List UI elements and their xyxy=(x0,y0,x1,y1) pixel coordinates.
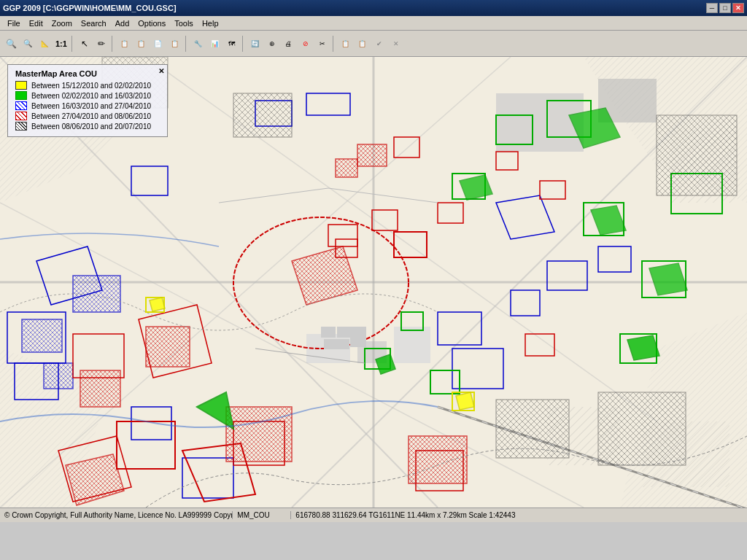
arrow-tool[interactable]: ↖ xyxy=(77,36,93,52)
menu-add[interactable]: Add xyxy=(111,18,134,28)
menu-options[interactable]: Options xyxy=(133,18,170,28)
menu-edit[interactable]: Edit xyxy=(25,18,47,28)
restore-button[interactable]: □ xyxy=(719,3,731,13)
tool-14[interactable]: ✂ xyxy=(314,36,330,52)
toolbar-separator-2 xyxy=(112,36,115,52)
tool-18[interactable]: ✕ xyxy=(388,36,404,52)
legend-label-2: Between 16/03/2010 and 27/04/2010 xyxy=(31,102,151,110)
tool-3[interactable]: 📋 xyxy=(117,36,133,52)
tool-10[interactable]: 🔄 xyxy=(247,36,263,52)
menu-help[interactable]: Help xyxy=(198,18,223,28)
svg-rect-54 xyxy=(146,327,190,367)
legend-label-0: Between 15/12/2010 and 02/02/2010 xyxy=(31,82,151,90)
menubar: File Edit Zoom Search Add Options Tools … xyxy=(0,16,747,31)
titlebar-controls: ─ □ ✕ xyxy=(706,3,744,13)
legend-swatch-green xyxy=(15,91,27,100)
legend-swatch-red-hatch xyxy=(15,112,27,120)
tool-12[interactable]: 🖨 xyxy=(281,36,297,52)
svg-rect-101 xyxy=(324,339,349,349)
tool-17[interactable]: ✔ xyxy=(371,36,387,52)
scale-label: 1:1 xyxy=(53,39,69,48)
svg-rect-42 xyxy=(22,319,62,352)
legend-item-0: Between 15/12/2010 and 02/02/2010 xyxy=(15,81,160,90)
svg-rect-65 xyxy=(409,436,467,483)
legend-close-button[interactable]: ✕ xyxy=(158,67,164,75)
legend-label-1: Between 02/02/2010 and 16/03/2010 xyxy=(31,92,151,100)
tool-6[interactable]: 📋 xyxy=(167,36,183,52)
zoom-out-button[interactable]: 🔍 xyxy=(20,36,36,52)
zoom-extent-button[interactable]: 📐 xyxy=(36,36,53,52)
statusbar: © Crown Copyright, Full Authority Name, … xyxy=(0,508,747,522)
menu-tools[interactable]: Tools xyxy=(170,18,198,28)
legend: ✕ MasterMap Area COU Between 15/12/2010 … xyxy=(7,64,168,137)
legend-swatch-black-hatch xyxy=(15,122,27,131)
menu-file[interactable]: File xyxy=(3,18,25,28)
pencil-tool[interactable]: ✏ xyxy=(93,36,109,52)
status-layer: MM_COU xyxy=(233,511,291,519)
svg-rect-108 xyxy=(336,159,357,177)
tool-13[interactable]: ⊘ xyxy=(298,36,314,52)
toolbar-separator-4 xyxy=(242,36,245,52)
legend-item-2: Between 16/03/2010 and 27/04/2010 xyxy=(15,101,160,110)
svg-marker-89 xyxy=(456,392,474,410)
svg-rect-106 xyxy=(357,144,387,166)
svg-rect-96 xyxy=(598,392,686,465)
zoom-in-button[interactable]: 🔍 xyxy=(3,36,19,52)
svg-rect-55 xyxy=(226,407,292,462)
tool-11[interactable]: ⊕ xyxy=(264,36,280,52)
status-coordinates: 616780.88 311629.64 TG1611NE 11.44km x 7… xyxy=(291,511,747,519)
svg-rect-8 xyxy=(496,93,584,152)
legend-swatch-yellow xyxy=(15,81,27,90)
toolbar-separator-1 xyxy=(71,36,74,52)
svg-rect-15 xyxy=(394,327,430,363)
toolbar-separator-5 xyxy=(333,36,336,52)
svg-marker-87 xyxy=(627,335,659,360)
legend-swatch-blue-hatch xyxy=(15,101,27,110)
svg-rect-49 xyxy=(80,370,120,407)
status-copyright: © Crown Copyright, Full Authority Name, … xyxy=(0,511,233,519)
legend-item-4: Between 08/06/2010 and 20/07/2010 xyxy=(15,122,160,131)
map-area[interactable]: ✕ MasterMap Area COU Between 15/12/2010 … xyxy=(0,57,747,508)
legend-item-1: Between 02/02/2010 and 16/03/2010 xyxy=(15,91,160,100)
legend-label-3: Between 27/04/2010 and 08/06/2010 xyxy=(31,112,151,120)
toolbar: 🔍 🔍 📐 1:1 ↖ ✏ 📋 📋 📄 📋 🔧 📊 🗺 🔄 ⊕ 🖨 ⊘ ✂ 📋 … xyxy=(0,31,747,57)
tool-4[interactable]: 📋 xyxy=(133,36,150,52)
titlebar: GGP 2009 [C:\GGPWIN\HOME\MM_COU.GSC] ─ □… xyxy=(0,0,747,16)
tool-15[interactable]: 📋 xyxy=(338,36,354,52)
tool-7[interactable]: 🔧 xyxy=(190,36,206,52)
tool-9[interactable]: 🗺 xyxy=(224,36,240,52)
legend-item-3: Between 27/04/2010 and 08/06/2010 xyxy=(15,112,160,120)
toolbar-separator-3 xyxy=(185,36,188,52)
window-title: GGP 2009 [C:\GGPWIN\HOME\MM_COU.GSC] xyxy=(3,4,177,12)
legend-label-4: Between 08/06/2010 and 20/07/2010 xyxy=(31,122,151,131)
svg-rect-99 xyxy=(321,327,336,338)
menu-zoom[interactable]: Zoom xyxy=(47,18,77,28)
svg-rect-100 xyxy=(337,327,350,338)
minimize-button[interactable]: ─ xyxy=(706,3,718,13)
svg-rect-44 xyxy=(73,276,120,312)
tool-5[interactable]: 📄 xyxy=(150,36,166,52)
svg-rect-102 xyxy=(350,327,366,347)
svg-rect-97 xyxy=(657,115,737,195)
svg-marker-91 xyxy=(150,298,165,311)
tool-8[interactable]: 📊 xyxy=(207,36,223,52)
menu-search[interactable]: Search xyxy=(77,18,111,28)
tool-16[interactable]: 📋 xyxy=(355,36,371,52)
legend-title: MasterMap Area COU xyxy=(15,69,160,78)
svg-rect-43 xyxy=(44,363,73,389)
close-button[interactable]: ✕ xyxy=(732,3,744,13)
svg-rect-94 xyxy=(233,93,292,137)
